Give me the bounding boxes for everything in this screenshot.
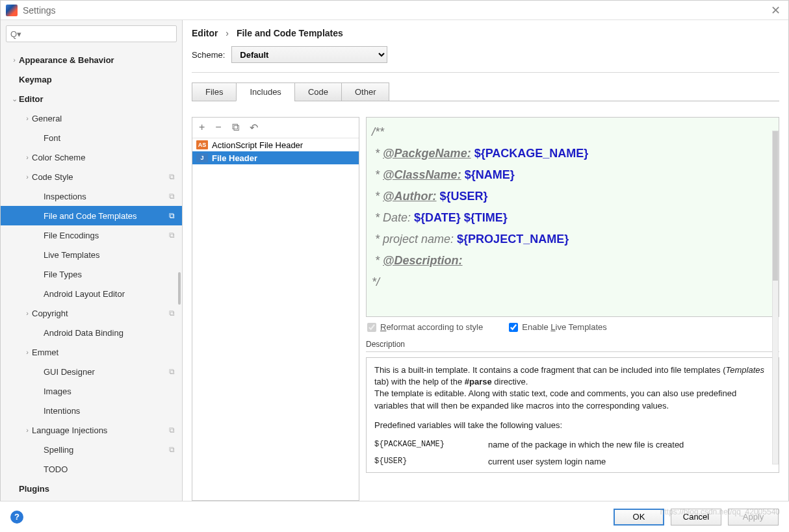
copy-icon[interactable]: ⧉ (232, 121, 239, 134)
scheme-select[interactable]: Default (231, 46, 387, 63)
tree-item-label: TODO (44, 464, 169, 474)
chevron-icon: ⌄ (10, 95, 19, 103)
reformat-checkbox[interactable]: Reformat according to style (367, 322, 483, 332)
footer: ? OK Cancel Apply (0, 501, 789, 532)
remove-icon[interactable]: − (215, 121, 221, 134)
content-pane: Editor › File and Code Templates Scheme:… (183, 20, 788, 501)
tree-item-spelling[interactable]: Spelling⧉ (1, 440, 182, 459)
tree-item-label: Language Injections (32, 425, 169, 435)
content-scrollbar[interactable] (772, 131, 779, 464)
tab-code[interactable]: Code (294, 82, 342, 101)
tree-item-android-layout-editor[interactable]: Android Layout Editor (1, 284, 182, 303)
add-icon[interactable]: + (199, 121, 205, 134)
tree-item-label: Live Templates (44, 250, 169, 260)
tree-item-file-and-code-templates[interactable]: File and Code Templates⧉ (1, 206, 182, 225)
revert-icon[interactable]: ↶ (250, 121, 258, 134)
tree-item-todo[interactable]: TODO (1, 459, 182, 479)
breadcrumb: Editor › File and Code Templates (192, 28, 779, 38)
scrollbar-thumb[interactable] (178, 272, 181, 305)
tree-item-label: Keymap (19, 75, 169, 84)
scope-icon (169, 114, 178, 123)
list-item-label: File Header (212, 153, 257, 163)
scope-icon: ⧉ (169, 425, 178, 435)
tree-item-label: General (32, 114, 169, 123)
file-type-icon: AS (196, 140, 208, 149)
close-icon[interactable]: ✕ (768, 3, 783, 18)
tree-item-code-style[interactable]: ›Code Style⧉ (1, 167, 182, 186)
tree-item-label: Plugins (19, 484, 169, 494)
tree-item-gui-designer[interactable]: GUI Designer⧉ (1, 362, 182, 381)
tree-item-general[interactable]: ›General (1, 108, 182, 128)
help-icon[interactable]: ? (10, 511, 23, 524)
scope-icon: ⧉ (169, 211, 178, 220)
tree-item-font[interactable]: Font (1, 128, 182, 147)
tree-item-label: File Encodings (44, 231, 169, 240)
divider (366, 351, 779, 352)
tree-item-intentions[interactable]: Intentions (1, 401, 182, 420)
tree-item-label: File Types (44, 270, 169, 279)
tree-item-images[interactable]: Images (1, 381, 182, 401)
tree-item-label: Inspections (44, 192, 169, 201)
search-input[interactable] (6, 25, 177, 42)
tree-item-label: Android Data Binding (44, 328, 169, 338)
tab-other[interactable]: Other (341, 82, 390, 101)
template-editor[interactable]: /** * @PackgeName: ${PACKAGE_NAME} * @Cl… (366, 117, 779, 317)
list-toolbar: + − ⧉ ↶ (192, 118, 359, 138)
chevron-icon: › (23, 426, 32, 434)
chevron-icon: › (10, 56, 19, 64)
tree-item-keymap[interactable]: Keymap (1, 70, 182, 89)
template-list: + − ⧉ ↶ ASActionScript File HeaderJFile … (192, 117, 359, 501)
breadcrumb-root[interactable]: Editor (192, 28, 218, 38)
cancel-button[interactable]: Cancel (671, 509, 721, 526)
tree-item-label: Font (44, 133, 169, 143)
scope-icon (169, 386, 178, 396)
tree-item-file-types[interactable]: File Types (1, 264, 182, 284)
scope-icon (169, 289, 178, 298)
variable-row: ${USER}current user system login name (374, 456, 771, 468)
scrollbar-thumb[interactable] (773, 131, 778, 281)
tree-item-label: Android Layout Editor (44, 289, 169, 299)
tree-item-label: Editor (19, 94, 169, 104)
scope-icon (169, 75, 178, 84)
tree-item-inspections[interactable]: Inspections⧉ (1, 186, 182, 206)
scope-icon: ⧉ (169, 192, 178, 201)
list-item-label: ActionScript File Header (212, 140, 303, 150)
scope-icon (169, 348, 178, 357)
tree-item-label: Emmet (32, 348, 169, 357)
chevron-icon: › (23, 153, 32, 161)
chevron-icon: › (23, 309, 32, 317)
variable-name: ${USER} (374, 456, 488, 468)
apply-button[interactable]: Apply (728, 509, 779, 526)
description-box: This is a built-in template. It contains… (366, 357, 779, 473)
list-item[interactable]: ASActionScript File Header (192, 138, 359, 151)
tree-item-label: Code Style (32, 172, 169, 182)
scope-icon (169, 250, 178, 259)
breadcrumb-leaf: File and Code Templates (237, 28, 343, 38)
window-title: Settings (23, 5, 768, 16)
tree-item-plugins[interactable]: Plugins (1, 479, 182, 498)
sidebar: ›Appearance & BehaviorKeymap⌄Editor›Gene… (1, 20, 183, 501)
tree-item-language-injections[interactable]: ›Language Injections⧉ (1, 420, 182, 440)
ok-button[interactable]: OK (614, 509, 664, 526)
chevron-right-icon: › (226, 28, 229, 38)
scope-icon (169, 153, 178, 162)
enable-live-templates-checkbox[interactable]: Enable Live Templates (509, 322, 607, 332)
tree-item-editor[interactable]: ⌄Editor (1, 89, 182, 108)
tree-item-emmet[interactable]: ›Emmet (1, 342, 182, 362)
tree-item-color-scheme[interactable]: ›Color Scheme (1, 147, 182, 167)
tree-item-android-data-binding[interactable]: Android Data Binding (1, 323, 182, 342)
tree-item-label: Images (44, 386, 169, 396)
tab-files[interactable]: Files (192, 82, 237, 101)
tree-item-appearance-behavior[interactable]: ›Appearance & Behavior (1, 50, 182, 70)
tab-includes[interactable]: Includes (236, 82, 294, 101)
tree-item-copyright[interactable]: ›Copyright⧉ (1, 303, 182, 323)
tree-item-file-encodings[interactable]: File Encodings⧉ (1, 225, 182, 245)
scope-icon (169, 328, 178, 337)
scope-icon (169, 464, 178, 474)
file-type-icon: J (196, 153, 208, 162)
chevron-icon: › (23, 348, 32, 356)
variable-name: ${PACKAGE_NAME} (374, 439, 488, 451)
tree-item-live-templates[interactable]: Live Templates (1, 245, 182, 264)
variable-desc: name of the package in which the new fil… (488, 439, 684, 451)
list-item[interactable]: JFile Header (192, 151, 359, 164)
